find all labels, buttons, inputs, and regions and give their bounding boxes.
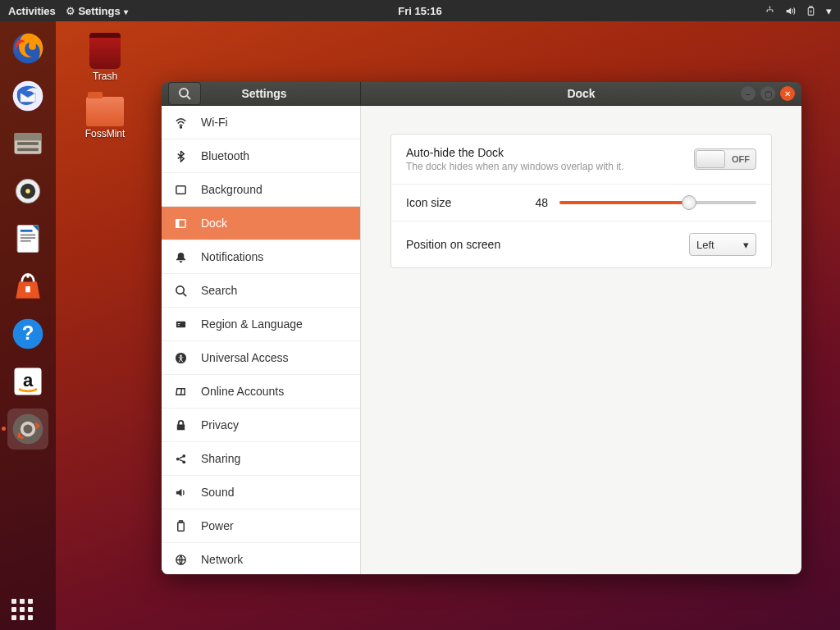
sidebar-item-power[interactable]: Power xyxy=(162,509,360,543)
dropdown-value: Left xyxy=(696,239,714,251)
icon-size-title: Icon size xyxy=(406,196,451,209)
trash-icon xyxy=(89,33,121,69)
dock-settings-panel: Auto-hide the Dock The dock hides when a… xyxy=(390,134,772,268)
autohide-switch[interactable]: OFF xyxy=(694,148,756,170)
sidebar-item-sound[interactable]: Sound xyxy=(162,476,360,509)
sidebar-item-bluetooth[interactable]: Bluetooth xyxy=(162,139,360,173)
svg-rect-18 xyxy=(21,240,31,242)
volume-indicator-icon[interactable] xyxy=(785,6,796,16)
sidebar-item-label: Dock xyxy=(201,217,227,230)
row-position: Position on screen Left ▾ xyxy=(391,221,771,267)
position-dropdown[interactable]: Left ▾ xyxy=(689,233,756,256)
svg-rect-38 xyxy=(178,522,185,530)
top-bar: Activities ⚙ Settings Fri 15:16 ▾ xyxy=(0,0,840,21)
sidebar-item-background[interactable]: Background xyxy=(162,173,360,207)
svg-point-26 xyxy=(180,89,188,97)
svg-point-34 xyxy=(180,354,181,356)
svg-point-27 xyxy=(180,126,182,128)
sidebar-item-label: Universal Access xyxy=(201,351,289,364)
svg-point-19 xyxy=(26,275,30,278)
svg-rect-2 xyxy=(772,10,774,11)
svg-rect-16 xyxy=(21,235,35,236)
power-icon xyxy=(175,520,189,532)
slider-thumb[interactable] xyxy=(682,195,696,210)
network-icon xyxy=(175,554,189,566)
autohide-title: Auto-hide the Dock xyxy=(406,146,623,159)
svg-rect-30 xyxy=(176,219,179,226)
maximize-button[interactable]: ▢ xyxy=(760,86,775,101)
dock-item-files[interactable] xyxy=(7,123,48,164)
sidebar-item-dock[interactable]: Dock xyxy=(162,207,360,240)
svg-rect-8 xyxy=(15,133,42,140)
chevron-down-icon: ▾ xyxy=(743,239,749,251)
accessibility-icon xyxy=(175,352,189,364)
close-button[interactable]: ✕ xyxy=(780,86,795,101)
sidebar-item-label: Network xyxy=(201,553,243,566)
minimize-button[interactable]: – xyxy=(741,86,756,101)
network-indicator-icon[interactable] xyxy=(765,6,775,16)
sidebar-item-label: Background xyxy=(201,183,262,196)
activities-button[interactable]: Activities xyxy=(8,5,56,17)
svg-rect-39 xyxy=(180,520,183,522)
settings-sidebar[interactable]: Wi-FiBluetoothBackgroundDockNotification… xyxy=(162,106,361,574)
sidebar-item-label: Privacy xyxy=(201,418,239,431)
sidebar-title: Settings xyxy=(201,87,360,100)
desktop-icon-trash[interactable]: Trash xyxy=(72,33,138,82)
sidebar-item-sharing[interactable]: Sharing xyxy=(162,442,360,476)
svg-point-31 xyxy=(176,285,184,293)
sound-icon xyxy=(175,486,189,499)
sidebar-item-label: Online Accounts xyxy=(201,385,284,398)
sidebar-item-wifi[interactable]: Wi-Fi xyxy=(162,106,360,139)
battery-indicator-icon[interactable] xyxy=(806,6,816,16)
bell-icon xyxy=(175,251,189,263)
slider-fill xyxy=(559,201,689,204)
app-menu[interactable]: ⚙ Settings xyxy=(66,5,128,17)
privacy-icon xyxy=(175,419,189,431)
dock-item-amazon[interactable]: a xyxy=(7,361,48,402)
dock-item-software[interactable] xyxy=(7,266,48,307)
region-icon xyxy=(175,318,189,331)
system-menu-arrow-icon[interactable]: ▾ xyxy=(826,5,832,17)
sidebar-item-accounts[interactable]: Online Accounts xyxy=(162,375,360,409)
sidebar-item-privacy[interactable]: Privacy xyxy=(162,409,360,442)
desktop-icon-label: FossMint xyxy=(85,128,126,139)
sidebar-item-label: Notifications xyxy=(201,250,263,263)
bluetooth-icon xyxy=(175,150,189,162)
icon-size-slider[interactable] xyxy=(559,201,756,204)
show-applications-button[interactable] xyxy=(11,599,33,620)
icon-size-value: 48 xyxy=(523,196,548,209)
search-button[interactable] xyxy=(168,82,201,105)
svg-rect-0 xyxy=(769,6,771,7)
row-autohide: Auto-hide the Dock The dock hides when a… xyxy=(391,135,771,185)
dock-item-firefox[interactable] xyxy=(7,28,48,69)
sidebar-item-region[interactable]: Region & Language xyxy=(162,308,360,341)
svg-rect-20 xyxy=(25,286,30,292)
dock-item-settings[interactable] xyxy=(7,409,48,450)
sidebar-item-search[interactable]: Search xyxy=(162,274,360,308)
desktop: Trash FossMint xyxy=(72,33,138,154)
sidebar-item-network[interactable]: Network xyxy=(162,543,360,574)
dock-item-thunderbird[interactable] xyxy=(7,75,48,116)
titlebar[interactable]: Settings Dock – ▢ ✕ xyxy=(162,82,801,106)
app-menu-label: Settings xyxy=(78,5,127,17)
dock: ? a xyxy=(0,21,56,630)
autohide-subtitle: The dock hides when any windows overlap … xyxy=(406,161,623,172)
sidebar-item-bell[interactable]: Notifications xyxy=(162,240,360,274)
search-icon xyxy=(178,87,191,100)
svg-rect-28 xyxy=(176,185,185,193)
svg-rect-9 xyxy=(17,142,39,145)
sidebar-item-label: Search xyxy=(201,284,237,297)
sidebar-item-label: Bluetooth xyxy=(201,149,249,162)
dock-item-writer[interactable] xyxy=(7,218,48,259)
gear-icon: ⚙ xyxy=(66,5,75,17)
sidebar-item-label: Wi-Fi xyxy=(201,116,228,129)
dock-item-rhythmbox[interactable] xyxy=(7,171,48,212)
dock-item-help[interactable]: ? xyxy=(7,313,48,354)
background-icon xyxy=(175,184,189,196)
sidebar-item-accessibility[interactable]: Universal Access xyxy=(162,341,360,375)
desktop-icon-folder[interactable]: FossMint xyxy=(72,97,138,139)
switch-label: OFF xyxy=(726,154,756,164)
clock[interactable]: Fri 15:16 xyxy=(398,5,441,17)
desktop-icon-label: Trash xyxy=(93,71,117,82)
folder-icon xyxy=(86,97,124,126)
